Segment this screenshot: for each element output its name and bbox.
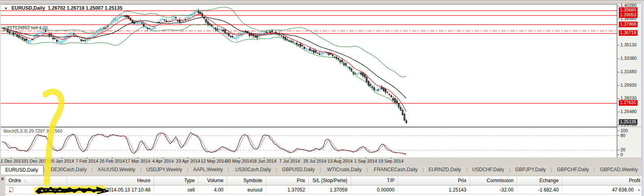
chart-ohlc-quote: 1.26702 1.26718 1.25007 1.25135	[48, 5, 123, 11]
price-tick-label: 1.29930	[620, 83, 637, 87]
stoch-tick-label: 0	[620, 152, 623, 157]
orders-header-prix[interactable]: Prix	[266, 176, 308, 185]
order-doc-icon	[9, 187, 14, 193]
price-level-badge: 1.27631	[619, 100, 637, 106]
orders-header-s-l-stop-perte-[interactable]: S/L (Stop/Perte)	[308, 176, 351, 185]
chart-tab--de30cash-daily[interactable]: .DE30Cash,Daily	[45, 165, 91, 174]
chart-tab--francecash-daily[interactable]: .FRANCECash,Daily	[368, 165, 423, 174]
stochastic-panel[interactable]: Stoch(5,3,3) 29.7297 30.1560	[1, 127, 617, 158]
orders-header-type[interactable]: Type	[154, 176, 198, 185]
mt4-window: ▼ EURUSD,Daily 1.26702 1.26718 1.25007 1…	[0, 0, 644, 196]
chart-tab-xauusd-weekly[interactable]: XAUUSD,Weekly	[93, 165, 140, 174]
window-right-edge	[642, 2, 644, 196]
panel-close-icon[interactable]: x	[1, 176, 4, 181]
orders-header-volume[interactable]: Volume	[198, 176, 227, 185]
orders-header-profit[interactable]: Profit	[562, 176, 644, 185]
price-tick-mark	[618, 59, 620, 59]
order-cell-symbole: eurusd	[227, 185, 266, 194]
bear-bodies	[3, 11, 407, 123]
stoch-tick-mark	[618, 135, 620, 136]
orders-panel: x Ordre∕HeureTypeVolumeSymbolePrixS/L (S…	[0, 174, 644, 196]
orders-header-prix[interactable]: Prix	[398, 176, 470, 185]
price-tick-mark	[618, 125, 620, 125]
chart-tab-aapl-weekly[interactable]: AAPL,Weekly	[188, 165, 228, 174]
orders-table-header-row: Ordre∕HeureTypeVolumeSymbolePrixS/L (Sto…	[5, 176, 644, 185]
order-cell-commission: -32.00	[470, 185, 517, 194]
stoch-tick-mark	[618, 131, 620, 131]
plot-right-border	[617, 4, 617, 157]
stochastic-label: Stoch(5,3,3) 29.7297 30.1560	[3, 128, 63, 133]
chart-title: ▼ EURUSD,Daily 1.26702 1.26718 1.25007 1…	[4, 5, 122, 11]
price-level-badge: 1.37868	[619, 22, 637, 27]
chart-tab-gbpchf-daily[interactable]: GBPCHF,Daily	[552, 165, 594, 174]
bear-wicks	[4, 9, 406, 124]
chart-symbol-label: EURUSD,Daily	[11, 5, 45, 11]
main-chart-plot[interactable]: ▼ EURUSD,Daily 1.26702 1.26718 1.25007 1…	[1, 4, 617, 127]
orders-header-t-p[interactable]: T/P	[351, 176, 398, 185]
price-tick-label: 1.33380	[620, 56, 637, 61]
chart-tab-gbpusd-daily[interactable]: GBPUSD,Daily	[277, 165, 320, 174]
current-price-badge: 1.25135	[619, 119, 637, 125]
orders-header-commission[interactable]: Commission	[470, 176, 517, 185]
price-level-badge: 1.39053	[619, 12, 637, 18]
chart-tab-eurnzd-daily[interactable]: EURNZD,Daily	[424, 165, 466, 174]
bull-bodies	[2, 10, 381, 90]
chart-tab-eurusd-daily[interactable]: EURUSD,Daily	[0, 165, 43, 174]
price-tick-label: 1.35130	[620, 42, 637, 47]
candles-canvas: #17124892 sell 4.00	[1, 4, 617, 126]
price-tick-mark	[618, 6, 620, 6]
stoch-tick-label: 100	[620, 128, 628, 133]
order-cell-heure: 2014.05.13 17:10:48	[67, 185, 154, 194]
orders-header-echange[interactable]: Echange	[517, 176, 562, 185]
chart-tab-gbpjpy-daily[interactable]: GBPJPY,Daily	[510, 165, 551, 174]
chart-dropdown-icon[interactable]: ▼	[4, 7, 8, 11]
price-tick-mark	[618, 19, 620, 19]
orders-header-ordre[interactable]: Ordre∕	[5, 176, 67, 185]
order-close-icon[interactable]: ×	[638, 187, 640, 192]
price-tick-mark	[618, 45, 620, 46]
time-axis[interactable]: 11 Dec 201331 Dec 201320 Jan 20147 Feb 2…	[0, 157, 644, 165]
order-cell-profit: 47 636.00×	[562, 185, 644, 194]
chart-tab-bar: EURUSD,Daily|.DE30Cash,Daily|XAUUSD,Week…	[0, 165, 644, 175]
price-tick-mark	[618, 72, 620, 72]
window-top-edge	[0, 0, 644, 2]
time-tick-label: 19 Sep 2014	[373, 159, 409, 163]
chart-tab--wticrude-daily[interactable]: .WTICrude,Daily	[321, 165, 366, 174]
ma-slow-line	[2, 17, 406, 98]
order-cell-sl: 1.37059	[308, 185, 351, 194]
orders-header-symbole[interactable]: Symbole	[227, 176, 266, 185]
bull-wicks	[2, 9, 380, 91]
chart-tab-usdchf-daily[interactable]: USDCHF,Daily	[467, 165, 509, 174]
stoch-tick-mark	[618, 155, 620, 155]
stoch-signal-line	[2, 133, 406, 154]
order-cell-volume: 4.00	[198, 185, 227, 194]
open-order-label: #17124892 sell 4.00	[7, 25, 48, 30]
orders-table: Ordre∕HeureTypeVolumeSymbolePrixS/L (Sto…	[5, 176, 644, 196]
bollinger-lower	[2, 24, 406, 121]
order-cell-prix-now: 1.25143	[398, 185, 470, 194]
stoch-tick-label: 20	[620, 147, 625, 152]
order-cell-type: sell	[154, 185, 198, 194]
price-tick-label: 1.26480	[620, 109, 637, 114]
order-cell-echange: -1 682.40	[517, 185, 562, 194]
sort-direction-icon: ∕	[25, 179, 26, 183]
chart-tab--us30cash-daily[interactable]: .US30Cash,Daily	[229, 165, 276, 174]
orders-header-heure[interactable]: Heure	[67, 176, 154, 185]
order-row[interactable]: 2014.05.13 17:10:48sell4.00eurusd1.37052…	[5, 185, 644, 194]
stochastic-axis: 10080200	[618, 127, 641, 157]
price-tick-label: 1.31680	[620, 69, 637, 74]
price-level-badge: 1.36719	[619, 30, 637, 36]
order-cell-prix-open: 1.37052	[266, 185, 308, 194]
price-axis[interactable]: 1.402801.385801.351301.333801.316801.299…	[618, 4, 641, 126]
stoch-tick-label: 80	[620, 133, 625, 138]
stoch-tick-mark	[618, 150, 620, 150]
price-tick-mark	[618, 98, 620, 99]
chart-tab-gbpcad-weekly[interactable]: GBPCAD,Weekly	[595, 165, 643, 174]
order-cell-tp: 0.00000	[351, 185, 398, 194]
price-tick-mark	[618, 85, 620, 86]
price-tick-mark	[618, 112, 620, 112]
chart-tab-usdjpy-weekly[interactable]: USDJPY,Weekly	[141, 165, 187, 174]
orders-table-filler-row	[5, 194, 644, 196]
order-cell-ordre[interactable]	[5, 185, 67, 194]
stochastic-canvas	[1, 128, 617, 157]
